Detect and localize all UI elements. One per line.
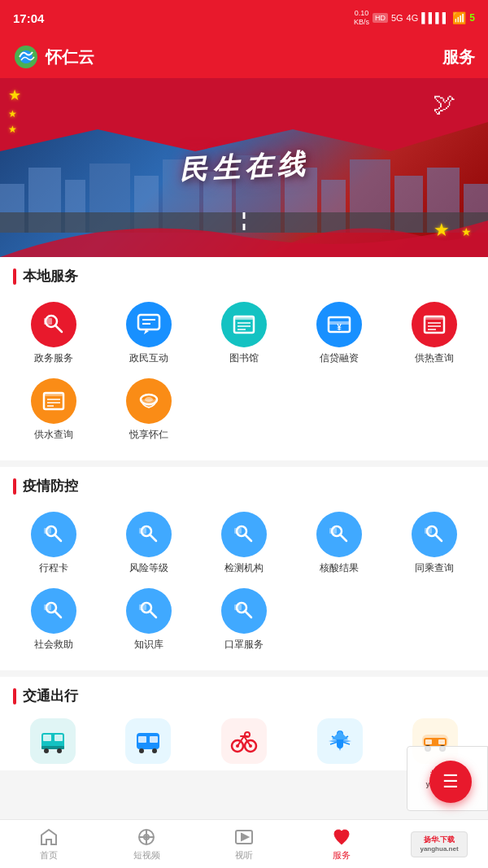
svg-rect-49 — [139, 528, 146, 534]
svg-point-78 — [152, 748, 157, 753]
service-item-nucleicresult[interactable]: 核酸结果 — [291, 505, 386, 582]
service-label-heating: 供热查询 — [415, 352, 454, 365]
local-services-section: 本地服务 政务服务 — [0, 257, 488, 460]
svg-line-45 — [54, 534, 61, 541]
more-icon-container: 扬华.下载yanghua.net — [411, 831, 468, 857]
service-label-library: 图书馆 — [229, 352, 259, 365]
service-heart-icon — [332, 827, 351, 847]
local-services-header: 本地服务 — [0, 257, 488, 292]
service-icon-heating — [412, 302, 457, 347]
traffic-item-metro[interactable] — [102, 718, 195, 764]
svg-point-73 — [57, 748, 62, 753]
service-item-socialaid[interactable]: 社会救助 — [7, 582, 102, 658]
banner-stars: ★ ★ ★ — [8, 86, 21, 135]
svg-rect-21 — [138, 315, 159, 329]
service-item-zhengwu[interactable]: 政务服务 — [7, 295, 102, 372]
svg-line-54 — [340, 534, 346, 541]
banner: ★ ★ ★ ★ ★ 🕊 民生在线 — [0, 78, 488, 257]
service-item-co-travel[interactable]: 同乘查询 — [386, 505, 481, 582]
svg-marker-85 — [332, 731, 348, 739]
svg-rect-55 — [329, 528, 337, 534]
epidemic-grid: 行程卡 风险等级 — [0, 502, 488, 670]
svg-rect-52 — [234, 528, 242, 534]
svg-line-63 — [150, 611, 156, 617]
app-name: 怀仁云 — [46, 46, 94, 68]
svg-point-72 — [44, 748, 49, 753]
local-services-title: 本地服务 — [23, 267, 78, 286]
service-label-tripcard: 行程卡 — [39, 562, 68, 575]
service-icon-library — [221, 302, 267, 347]
svg-rect-69 — [43, 735, 51, 741]
epidemic-header: 疫情防控 — [0, 467, 488, 502]
service-icon-yuedu — [126, 378, 172, 424]
nav-item-home[interactable]: 首页 — [0, 820, 98, 868]
traffic-title: 交通出行 — [23, 687, 78, 705]
service-label-socialaid: 社会救助 — [34, 639, 73, 652]
banner-stars-right: ★ ★ — [434, 220, 472, 241]
network-speed: 0.10KB/s — [354, 9, 369, 27]
bottom-nav: 首页 短视频 视听 服务 扬华.下载yanghua.net — [0, 819, 488, 868]
svg-marker-99 — [242, 834, 248, 840]
media-icon — [234, 827, 254, 847]
local-services-grid: 政务服务 政民互动 — [0, 292, 488, 460]
star-right-1: ★ — [434, 220, 450, 240]
svg-rect-67 — [234, 604, 242, 610]
banner-main-text: 民生在线 — [178, 146, 310, 190]
svg-line-60 — [54, 611, 61, 617]
nav-item-video[interactable]: 短视频 — [98, 820, 195, 868]
traffic-icon-bus — [30, 718, 76, 764]
service-label-water: 供水查询 — [34, 429, 73, 442]
service-item-credit[interactable]: ¥ 信贷融资 — [291, 295, 386, 372]
service-item-knowledgebase[interactable]: 知识库 — [102, 582, 197, 658]
hd-badge: HD — [373, 13, 388, 23]
service-icon-zhengmin — [126, 302, 172, 347]
traffic-header: 交通出行 — [0, 677, 488, 712]
service-icon-testorg — [221, 512, 267, 557]
traffic-item-bus[interactable] — [7, 718, 99, 764]
service-item-mask[interactable]: 口罩服务 — [197, 582, 292, 658]
service-icon-mask — [221, 588, 267, 634]
service-item-testorg[interactable]: 检测机构 — [197, 505, 292, 582]
5g-badge: 5G — [391, 13, 403, 23]
star-right-2: ★ — [461, 225, 472, 238]
fab-button[interactable]: ☰ — [429, 761, 472, 803]
service-item-yuedu[interactable]: 悦享怀仁 — [102, 372, 197, 448]
svg-rect-64 — [139, 604, 146, 610]
svg-rect-46 — [44, 528, 51, 534]
service-item-zhengmin[interactable]: 政民互动 — [102, 295, 197, 372]
epidemic-title: 疫情防控 — [23, 477, 78, 495]
nav-item-service[interactable]: 服务 — [293, 820, 390, 868]
svg-line-57 — [435, 534, 442, 541]
local-services-indicator — [13, 268, 16, 285]
svg-line-48 — [150, 534, 156, 541]
traffic-item-cycling[interactable] — [198, 718, 290, 764]
wifi-icon: 📶 — [452, 11, 466, 24]
service-icon-knowledgebase — [126, 588, 172, 634]
nav-label-home: 首页 — [40, 849, 58, 861]
nav-label-media: 视听 — [235, 849, 253, 861]
banner-flag-wave — [0, 78, 488, 151]
service-item-library[interactable]: 图书馆 — [197, 295, 292, 372]
svg-rect-70 — [54, 735, 63, 741]
home-icon — [39, 827, 59, 847]
service-icon-nucleicresult — [316, 512, 362, 557]
service-item-tripcard[interactable]: 行程卡 — [7, 505, 102, 582]
nav-label-service: 服务 — [333, 849, 351, 861]
service-label-risklevel: 风险等级 — [129, 562, 168, 575]
service-item-risklevel[interactable]: 风险等级 — [102, 505, 197, 582]
service-label-zhengmin: 政民互动 — [129, 352, 168, 365]
traffic-item-flight[interactable] — [294, 718, 386, 764]
epidemic-section: 疫情防控 行程卡 — [0, 467, 488, 670]
nav-title: 服务 — [442, 46, 475, 68]
service-icon-tripcard — [31, 512, 76, 557]
nav-item-more[interactable]: 扬华.下载yanghua.net — [390, 820, 488, 868]
service-item-heating[interactable]: 供热查询 — [386, 295, 481, 372]
app-logo-area: 怀仁云 — [13, 44, 94, 70]
nav-label-video: 短视频 — [133, 849, 160, 861]
nav-item-media[interactable]: 视听 — [195, 820, 293, 868]
service-icon-co-travel — [412, 512, 457, 557]
traffic-icon-cycling — [221, 718, 267, 764]
svg-point-77 — [139, 748, 144, 753]
service-icon-socialaid — [31, 588, 76, 634]
service-item-water[interactable]: 供水查询 — [7, 372, 102, 448]
